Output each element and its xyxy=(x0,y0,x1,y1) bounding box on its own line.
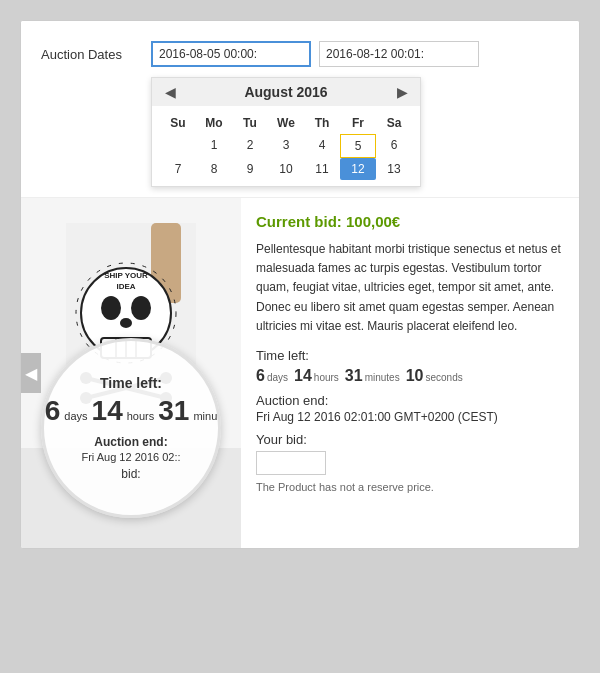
cal-day-12[interactable]: 12 xyxy=(340,158,376,180)
start-date-input[interactable] xyxy=(151,41,311,67)
bottom-section: SHIP YOUR IDEA Time left: 6 days 14 hour… xyxy=(21,198,579,548)
svg-point-4 xyxy=(131,296,151,320)
product-description: Pellentesque habitant morbi tristique se… xyxy=(256,240,564,336)
magnifier-overlay: Time left: 6 days 14 hours 31 minu Aucti… xyxy=(41,338,221,518)
mag-minutes-unit: minu xyxy=(193,410,217,422)
cd-hours-num: 14 xyxy=(294,367,312,385)
time-left-label: Time left: xyxy=(256,348,564,363)
magnifier-auction-date: Fri Aug 12 2016 02:: xyxy=(81,451,180,463)
magnifier-auction-end-label: Auction end: xyxy=(94,435,167,449)
mag-days-unit: days xyxy=(64,410,87,422)
mag-minutes-num: 31 xyxy=(158,395,189,427)
cal-day-5[interactable]: 5 xyxy=(340,134,376,158)
cal-day-7[interactable]: 7 xyxy=(160,158,196,180)
top-section: Auction Dates ◀ August 2016 ▶ Su Mo Tu W… xyxy=(21,21,579,198)
magnifier-bid-label: bid: xyxy=(121,467,140,481)
left-arrow-button[interactable]: ◀ xyxy=(21,353,41,393)
cd-seconds-unit: seconds xyxy=(425,372,462,383)
cd-hours-unit: hours xyxy=(314,372,339,383)
calendar-container: ◀ August 2016 ▶ Su Mo Tu We Th Fr Sa 1 2 xyxy=(151,77,421,187)
cd-days-unit: days xyxy=(267,372,288,383)
day-fr: Fr xyxy=(340,112,376,134)
magnifier-countdown: 6 days 14 hours 31 minu xyxy=(45,395,218,427)
mag-days-num: 6 xyxy=(45,395,61,427)
time-left-section: Time left: 6 days 14 hours 31 minutes 10… xyxy=(256,348,564,385)
day-th: Th xyxy=(304,112,340,134)
cal-day-1[interactable]: 1 xyxy=(196,134,232,158)
cal-empty-1 xyxy=(160,134,196,158)
cal-day-11[interactable]: 11 xyxy=(304,158,340,180)
calendar-week-1: 1 2 3 4 5 6 xyxy=(160,134,412,158)
calendar-grid: Su Mo Tu We Th Fr Sa 1 2 3 4 5 6 xyxy=(152,106,420,186)
dates-inputs-row xyxy=(151,41,479,67)
reserve-note: The Product has not a reserve price. xyxy=(256,481,564,493)
cd-seconds-num: 10 xyxy=(406,367,424,385)
calendar-header: ◀ August 2016 ▶ xyxy=(152,78,420,106)
cal-day-2[interactable]: 2 xyxy=(232,134,268,158)
end-date-input[interactable] xyxy=(319,41,479,67)
svg-point-3 xyxy=(101,296,121,320)
day-mo: Mo xyxy=(196,112,232,134)
calendar-days-header: Su Mo Tu We Th Fr Sa xyxy=(160,112,412,134)
calendar-week-2: 7 8 9 10 11 12 13 xyxy=(160,158,412,180)
auction-dates-label: Auction Dates xyxy=(41,41,141,62)
cal-day-10[interactable]: 10 xyxy=(268,158,304,180)
page-wrapper: Auction Dates ◀ August 2016 ▶ Su Mo Tu W… xyxy=(20,20,580,549)
cal-day-13[interactable]: 13 xyxy=(376,158,412,180)
calendar-title: August 2016 xyxy=(244,84,327,100)
prev-month-button[interactable]: ◀ xyxy=(160,84,180,100)
day-tu: Tu xyxy=(232,112,268,134)
svg-text:IDEA: IDEA xyxy=(116,282,135,291)
day-sa: Sa xyxy=(376,112,412,134)
product-image-area: SHIP YOUR IDEA Time left: 6 days 14 hour… xyxy=(21,198,241,548)
magnifier-time-left-label: Time left: xyxy=(100,375,162,391)
cd-minutes-num: 31 xyxy=(345,367,363,385)
bid-input[interactable] xyxy=(256,451,326,475)
cal-day-3[interactable]: 3 xyxy=(268,134,304,158)
mag-hours-num: 14 xyxy=(92,395,123,427)
day-su: Su xyxy=(160,112,196,134)
cal-day-4[interactable]: 4 xyxy=(304,134,340,158)
auction-end-label: Auction end: xyxy=(256,393,564,408)
cd-minutes-unit: minutes xyxy=(365,372,400,383)
countdown-row: 6 days 14 hours 31 minutes 10 seconds xyxy=(256,367,564,385)
cal-day-6[interactable]: 6 xyxy=(376,134,412,158)
svg-text:SHIP YOUR: SHIP YOUR xyxy=(104,271,148,280)
mag-hours-unit: hours xyxy=(127,410,155,422)
cal-day-9[interactable]: 9 xyxy=(232,158,268,180)
product-info-area: Current bid: 100,00€ Pellentesque habita… xyxy=(241,198,579,548)
cal-day-8[interactable]: 8 xyxy=(196,158,232,180)
next-month-button[interactable]: ▶ xyxy=(392,84,412,100)
day-we: We xyxy=(268,112,304,134)
auction-end-section: Auction end: Fri Aug 12 2016 02:01:00 GM… xyxy=(256,393,564,424)
auction-dates-row: Auction Dates xyxy=(41,41,559,67)
cd-days-num: 6 xyxy=(256,367,265,385)
your-bid-label: Your bid: xyxy=(256,432,564,447)
current-bid-label: Current bid: 100,00€ xyxy=(256,213,564,230)
svg-point-5 xyxy=(120,318,132,328)
auction-end-date: Fri Aug 12 2016 02:01:00 GMT+0200 (CEST) xyxy=(256,410,564,424)
your-bid-section: Your bid: xyxy=(256,432,564,475)
